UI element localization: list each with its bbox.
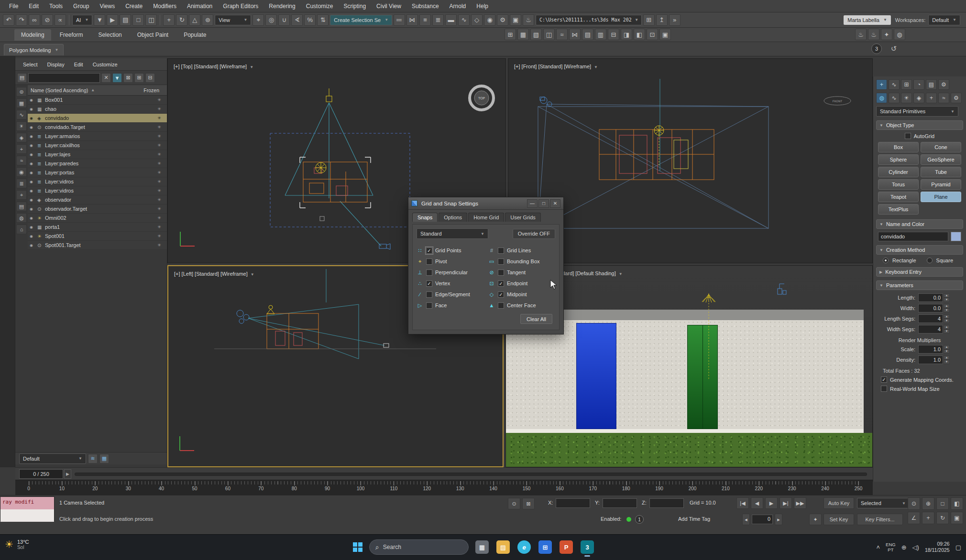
snap-option[interactable]: ◇✓Midpoint <box>488 291 555 298</box>
detail-d-icon[interactable]: ◨ <box>621 29 632 40</box>
current-frame-field[interactable]: 0 <box>752 515 773 524</box>
taskbar-search[interactable]: ⌕ Search <box>369 539 469 555</box>
maximize-icon[interactable]: □ <box>538 199 549 208</box>
spinner[interactable]: ▲▼ <box>944 293 950 302</box>
cameras-category-icon[interactable]: ◈ <box>913 93 924 103</box>
lock-explorer-icon[interactable]: ⊠ <box>123 73 133 83</box>
visibility-icon[interactable]: ◉ <box>30 234 37 238</box>
snap-option[interactable]: ∕Edge/Segment <box>417 291 483 298</box>
explorer-column-headers[interactable]: Name (Sorted Ascending) ▲ Frozen <box>28 85 167 96</box>
snap-option[interactable]: ∷✓Grid Points <box>417 247 483 254</box>
taskbar-clock[interactable]: 09:2618/11/2025 <box>925 541 950 553</box>
polygon-modeling-panel[interactable]: Polygon Modeling▼ <box>4 44 64 55</box>
align-icon[interactable]: ≡ <box>419 14 431 26</box>
ribbon-tab-populate[interactable]: Populate <box>177 29 213 41</box>
unlink-icon[interactable]: ⊘ <box>42 14 53 26</box>
spinner-up-icon[interactable]: ▲ <box>944 355 950 360</box>
create-tab-icon[interactable]: + <box>876 79 887 90</box>
zoom-region-icon[interactable]: ◧ <box>951 497 963 510</box>
spinner-down-icon[interactable]: ▼ <box>944 319 950 323</box>
dialog-titlebar[interactable]: Grid and Snap Settings — □ ✕ <box>408 197 563 210</box>
viewport-left-label[interactable]: [+] [Left] [Standard] [Wireframe]▼ <box>174 271 254 277</box>
snap-option[interactable]: ⊘Tangent <box>488 269 555 276</box>
snap-checkbox[interactable] <box>426 291 432 298</box>
graphite-a-icon[interactable]: ▦ <box>517 29 529 40</box>
snap-option[interactable]: ⊥Perpendicular <box>417 269 483 276</box>
select-move-icon[interactable]: + <box>163 14 175 26</box>
notification-badge[interactable]: 3 <box>871 43 882 54</box>
spinner[interactable]: ▲▼ <box>944 325 950 334</box>
spinner-up-icon[interactable]: ▲ <box>944 304 950 308</box>
snap-preset-dropdown[interactable]: Standard▼ <box>417 228 488 239</box>
frozen-icon[interactable]: ✳ <box>154 243 165 248</box>
up-folder-icon[interactable]: ↥ <box>656 14 668 26</box>
display-materials-icon[interactable]: ◍ <box>16 213 27 223</box>
explorer-menu-edit[interactable]: Edit <box>70 60 87 69</box>
objecttype-textplus-button[interactable]: TextPlus <box>878 204 919 215</box>
table-row[interactable]: ◉☀Omni002✳ <box>28 214 167 223</box>
snap-option[interactable]: ⊡✓Endpoint <box>488 280 555 287</box>
snap-option[interactable]: ∴✓Vertex <box>417 280 483 287</box>
menu-create[interactable]: Create <box>120 1 148 11</box>
dialog-tab-snaps[interactable]: Snaps <box>412 213 438 222</box>
display-containers-icon[interactable]: ▤ <box>16 202 27 211</box>
ribbon-tab-object-paint[interactable]: Object Paint <box>131 29 175 41</box>
table-row[interactable]: ◉⊙observador.Target✳ <box>28 205 167 214</box>
visibility-icon[interactable]: ◉ <box>30 107 37 111</box>
modify-tab-icon[interactable]: ∿ <box>889 79 900 90</box>
objecttype-sphere-button[interactable]: Sphere <box>878 154 919 165</box>
ribbon-tab-selection[interactable]: Selection <box>91 29 128 41</box>
explorer-settings-icon[interactable]: ≋ <box>88 454 98 463</box>
table-row[interactable]: ◉▦chao✳ <box>28 105 167 114</box>
select-placement-icon[interactable]: ⊚ <box>202 14 213 26</box>
snap-checkbox[interactable] <box>426 269 432 276</box>
schematic-view-icon[interactable]: ◇ <box>471 14 483 26</box>
frozen-icon[interactable]: ✳ <box>154 134 165 139</box>
menu-civil-view[interactable]: Civil View <box>371 1 406 11</box>
menu-file[interactable]: File <box>4 1 23 11</box>
auto-key-button[interactable]: Auto Key <box>823 497 854 509</box>
select-rotate-icon[interactable]: ↻ <box>176 14 187 26</box>
table-row[interactable]: ◉⊙Spot001.Target✳ <box>28 241 167 250</box>
display-cameras-icon[interactable]: ◈ <box>16 133 27 142</box>
isolate-selection-icon[interactable]: ⊙ <box>508 498 520 509</box>
undo-icon[interactable]: ↶ <box>3 14 14 26</box>
viewport-top-label[interactable]: [+] [Top] [Standard] [Wireframe]▼ <box>174 64 253 69</box>
table-row[interactable]: ◉≣Layer:vidros✳ <box>28 186 167 195</box>
workspace-dropdown[interactable]: Default▼ <box>928 15 960 25</box>
paint-deform-icon[interactable]: ≈ <box>556 29 568 40</box>
z-field[interactable] <box>649 498 684 508</box>
toggle-ribbon-icon[interactable]: ▬ <box>445 14 457 26</box>
menu-modifiers[interactable]: Modifiers <box>148 1 182 11</box>
select-object-icon[interactable]: ▶ <box>107 14 118 26</box>
spinner-up-icon[interactable]: ▲ <box>944 345 950 349</box>
arnold-render-icon[interactable]: ◍ <box>894 29 905 40</box>
menu-rendering[interactable]: Rendering <box>263 1 300 11</box>
visibility-icon[interactable]: ◉ <box>30 98 37 102</box>
network-icon[interactable]: ⊕ <box>901 544 907 551</box>
detail-a-icon[interactable]: ▤ <box>582 29 593 40</box>
rectangle-radio[interactable] <box>883 258 889 263</box>
primitive-category-dropdown[interactable]: Standard Primitives▼ <box>876 106 958 117</box>
next-frame-icon[interactable]: ▶| <box>779 497 792 509</box>
space-warps-category-icon[interactable]: ≈ <box>938 93 949 103</box>
visibility-icon[interactable]: ◉ <box>30 162 37 166</box>
spinner-down-icon[interactable]: ▼ <box>944 349 950 354</box>
spinner-down-icon[interactable]: ▼ <box>944 329 950 334</box>
visibility-icon[interactable]: ◉ <box>30 198 37 202</box>
real-world-checkbox[interactable] <box>881 386 887 392</box>
display-groups-icon[interactable]: ◉ <box>16 167 27 177</box>
frozen-icon[interactable]: ✳ <box>154 179 165 184</box>
angle-snap-icon[interactable]: ∢ <box>291 14 303 26</box>
next-frame-icon[interactable]: ▶ <box>64 469 71 479</box>
viewport-front-label[interactable]: [+] [Front] [Standard] [Wireframe]▼ <box>514 64 598 69</box>
snap-checkbox[interactable] <box>426 258 432 265</box>
snap-checkbox[interactable] <box>426 302 432 309</box>
pivot-center-icon[interactable]: ⌖ <box>252 14 264 26</box>
use-center-icon[interactable]: ◎ <box>265 14 277 26</box>
y-field[interactable] <box>603 498 637 508</box>
render-production-icon[interactable]: ♨ <box>523 14 534 26</box>
frozen-icon[interactable]: ✳ <box>154 170 165 175</box>
param-field[interactable]: 1.0 <box>918 345 943 354</box>
frozen-icon[interactable]: ✳ <box>154 197 165 202</box>
